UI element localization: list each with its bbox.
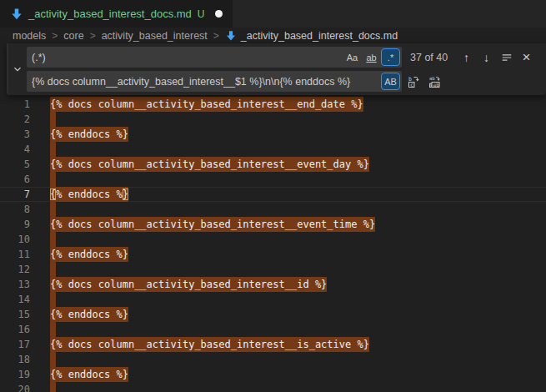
- toggle-replace-button[interactable]: [8, 43, 27, 95]
- editor-line[interactable]: 10: [0, 232, 546, 247]
- find-match-highlight: {% docs column__activity_based_interest_…: [50, 277, 327, 292]
- line-content: [50, 172, 56, 187]
- editor-line[interactable]: 13{% docs column__activity_based_interes…: [0, 277, 546, 292]
- editor-line[interactable]: 19{% enddocs %}: [0, 367, 546, 382]
- editor-line[interactable]: 16: [0, 322, 546, 337]
- previous-match-button[interactable]: ↑: [458, 48, 475, 66]
- preserve-case-toggle[interactable]: AB: [382, 73, 399, 89]
- find-match-highlight: {% enddocs %}: [50, 367, 128, 382]
- line-number[interactable]: 13: [0, 277, 30, 292]
- results-count: 37 of 40: [410, 52, 448, 63]
- find-match-highlight: {% docs column__activity_based_interest_…: [50, 337, 369, 352]
- find-replace-widget: Aa ab .* 37 of 40 ↑ ↓ ×: [7, 43, 546, 95]
- editor-line[interactable]: 12: [0, 262, 546, 277]
- find-match-highlight: [50, 322, 56, 337]
- code-editor[interactable]: 1{% docs column__activity_based_interest…: [0, 44, 546, 392]
- editor-line[interactable]: 4: [0, 142, 546, 157]
- editor-line[interactable]: 8: [0, 202, 546, 217]
- find-match-highlight: [50, 142, 56, 157]
- editor-line[interactable]: 7{% enddocs %}: [0, 187, 546, 202]
- modified-dot-icon[interactable]: [215, 10, 223, 18]
- breadcrumb: models > core > activity_based_interest …: [0, 28, 546, 44]
- editor-line[interactable]: 14: [0, 292, 546, 307]
- match-case-toggle[interactable]: Aa: [343, 49, 361, 65]
- line-number[interactable]: 16: [0, 322, 30, 337]
- line-content: {% enddocs %}: [50, 367, 128, 382]
- editor-tab[interactable]: _activity_based_interest_docs.md U: [0, 0, 233, 28]
- line-content: [50, 202, 56, 217]
- line-content: [50, 352, 56, 367]
- line-content: {% enddocs %}: [50, 247, 128, 262]
- match-text: % enddocs %: [56, 188, 122, 200]
- find-in-selection-button[interactable]: [498, 48, 515, 66]
- vscode-window: 1{% docs column__activity_based_interest…: [0, 0, 546, 392]
- find-match-highlight: [50, 202, 56, 217]
- line-number[interactable]: 5: [0, 157, 30, 172]
- line-content: {% enddocs %}: [50, 307, 128, 322]
- replace-button[interactable]: b c: [405, 73, 423, 90]
- breadcrumb-item-core[interactable]: core: [63, 30, 83, 42]
- line-number[interactable]: 3: [0, 127, 30, 142]
- find-row: Aa ab .* 37 of 40 ↑ ↓ ×: [27, 47, 541, 68]
- editor-line[interactable]: 11{% enddocs %}: [0, 247, 546, 262]
- line-number[interactable]: 20: [0, 382, 30, 392]
- editor-line[interactable]: 15{% enddocs %}: [0, 307, 546, 322]
- breadcrumb-item-models[interactable]: models: [13, 30, 46, 42]
- breadcrumb-file-name: _activity_based_interest_docs.md: [241, 30, 398, 42]
- line-number[interactable]: 14: [0, 292, 30, 307]
- line-number[interactable]: 2: [0, 112, 30, 127]
- replace-input[interactable]: [27, 71, 380, 92]
- editor-line[interactable]: 9{% docs column__activity_based_interest…: [0, 217, 546, 232]
- line-number[interactable]: 6: [0, 172, 30, 187]
- line-content: {% docs column__activity_based_interest_…: [50, 157, 369, 172]
- line-number[interactable]: 1: [0, 97, 30, 112]
- line-number[interactable]: 4: [0, 142, 30, 157]
- editor-line[interactable]: 5{% docs column__activity_based_interest…: [0, 157, 546, 172]
- line-number[interactable]: 15: [0, 307, 30, 322]
- find-match-highlight: [50, 262, 56, 277]
- line-content: {% enddocs %}: [50, 187, 128, 202]
- next-match-button[interactable]: ↓: [478, 48, 495, 66]
- svg-text:c: c: [410, 81, 413, 88]
- replace-all-button[interactable]: ab ab: [426, 73, 443, 90]
- line-number[interactable]: 18: [0, 352, 30, 367]
- line-content: {% docs column__activity_based_interest_…: [50, 277, 327, 292]
- line-content: {% docs column__activity_based_interest_…: [50, 217, 375, 232]
- close-find-widget-button[interactable]: ×: [518, 48, 535, 66]
- editor-line[interactable]: 2: [0, 112, 546, 127]
- replace-actions: b c ab: [405, 73, 443, 90]
- find-match-highlight: [50, 232, 56, 247]
- breadcrumb-item-folder[interactable]: activity_based_interest: [102, 30, 208, 42]
- find-match-highlight: [50, 112, 56, 127]
- line-content: {% enddocs %}: [50, 127, 128, 142]
- editor-line[interactable]: 17{% docs column__activity_based_interes…: [0, 337, 546, 352]
- line-number[interactable]: 10: [0, 232, 30, 247]
- tab-bar: _activity_based_interest_docs.md U: [0, 0, 546, 28]
- replace-options: AB: [380, 73, 402, 89]
- find-match-highlight: [50, 172, 56, 187]
- replace-row: AB b c ab: [27, 71, 541, 92]
- editor-line[interactable]: 18: [0, 352, 546, 367]
- editor-line[interactable]: 3{% enddocs %}: [0, 127, 546, 142]
- line-number[interactable]: 12: [0, 262, 30, 277]
- line-number[interactable]: 7: [0, 187, 30, 202]
- editor-line[interactable]: 1{% docs column__activity_based_interest…: [0, 97, 546, 112]
- find-options: Aa ab .*: [342, 49, 402, 65]
- whole-word-toggle[interactable]: ab: [363, 49, 380, 65]
- line-number[interactable]: 8: [0, 202, 30, 217]
- line-number[interactable]: 9: [0, 217, 30, 232]
- find-match-highlight: [50, 382, 56, 392]
- line-number[interactable]: 19: [0, 367, 30, 382]
- line-number[interactable]: 11: [0, 247, 30, 262]
- line-content: [50, 142, 56, 157]
- find-input[interactable]: [27, 47, 342, 68]
- regex-toggle[interactable]: .*: [382, 49, 399, 65]
- breadcrumb-item-file[interactable]: _activity_based_interest_docs.md: [225, 30, 398, 42]
- line-content: [50, 382, 56, 392]
- svg-text:ab: ab: [433, 81, 439, 87]
- editor-line[interactable]: 6: [0, 172, 546, 187]
- editor-lines: 1{% docs column__activity_based_interest…: [0, 97, 546, 392]
- chevron-right-icon: >: [213, 30, 219, 42]
- line-number[interactable]: 17: [0, 337, 30, 352]
- editor-line[interactable]: 20: [0, 382, 546, 392]
